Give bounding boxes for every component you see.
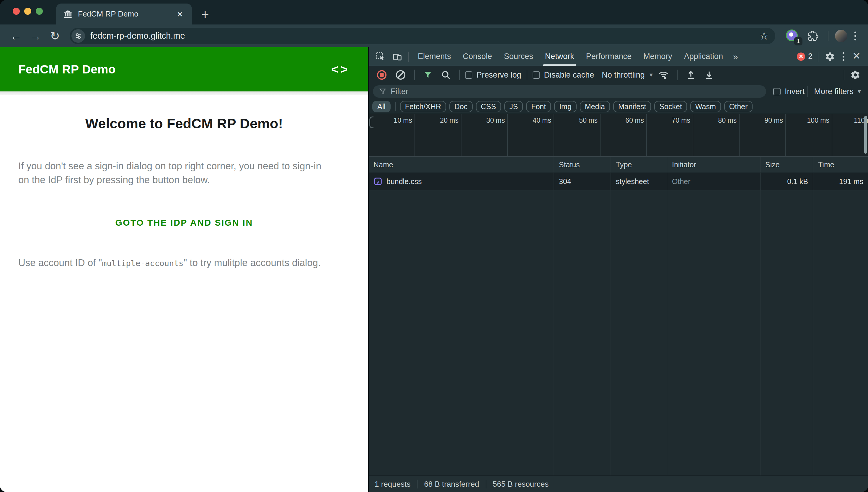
bank-favicon-icon (63, 9, 73, 19)
tab-console[interactable]: Console (457, 47, 498, 66)
chip-js[interactable]: JS (504, 101, 523, 113)
more-tabs-icon[interactable]: » (729, 52, 741, 62)
timeline-tick: 80 ms (718, 117, 736, 156)
column-header-name[interactable]: Name (369, 157, 554, 173)
timeline-tick: 10 ms (394, 117, 412, 156)
tab-elements[interactable]: Elements (412, 47, 457, 66)
goto-idp-link[interactable]: GOTO THE IDP AND SIGN IN (18, 218, 350, 228)
bookmark-star-icon[interactable]: ☆ (759, 30, 769, 42)
preserve-log-checkbox[interactable] (465, 71, 472, 79)
devtools-close-icon[interactable]: × (848, 49, 865, 64)
disable-cache-label: Disable cache (544, 71, 594, 80)
tab-network[interactable]: Network (539, 47, 580, 66)
chip-css[interactable]: CSS (476, 101, 501, 113)
chip-wasm[interactable]: Wasm (690, 101, 721, 113)
maximize-window-button[interactable] (36, 8, 43, 15)
chip-doc[interactable]: Doc (449, 101, 472, 113)
chip-other[interactable]: Other (724, 101, 753, 113)
intro-line-2: on the IdP first by pressing the button … (18, 174, 210, 185)
record-button[interactable] (374, 70, 390, 80)
reload-icon[interactable]: ↻ (47, 28, 63, 44)
filter-input[interactable]: Filter (373, 85, 766, 98)
tab-memory[interactable]: Memory (637, 47, 678, 66)
column-header-time[interactable]: Time (813, 157, 868, 173)
more-filters-button[interactable]: More filters ▾ (811, 87, 864, 96)
invert-control[interactable]: Invert (773, 87, 805, 96)
preserve-log-label: Preserve log (476, 71, 521, 80)
error-badge[interactable]: ✕ 2 (795, 52, 815, 61)
import-har-button[interactable] (683, 70, 699, 80)
chip-manifest[interactable]: Manifest (613, 101, 651, 113)
filter-toggle-button[interactable] (420, 70, 436, 80)
network-search-button[interactable] (438, 70, 454, 80)
column-header-size[interactable]: Size (760, 157, 813, 173)
divider (818, 52, 818, 62)
devtools-menu-icon[interactable] (839, 52, 848, 61)
funnel-outline-icon (379, 88, 386, 95)
disable-cache-control[interactable]: Disable cache (533, 71, 594, 80)
forward-icon[interactable]: → (27, 28, 44, 44)
profile-avatar[interactable] (835, 30, 847, 42)
chevron-down-icon: ▾ (650, 71, 653, 79)
chip-img[interactable]: Img (554, 101, 577, 113)
column-header-type[interactable]: Type (611, 157, 667, 173)
divider (807, 86, 808, 97)
divider (417, 479, 418, 489)
disable-cache-checkbox[interactable] (533, 71, 540, 79)
browser-menu-icon[interactable] (850, 31, 860, 41)
throttling-select[interactable]: No throttling ▾ (602, 71, 653, 80)
tab-close-icon[interactable]: × (175, 8, 185, 20)
resources-size: 565 B resources (493, 479, 548, 489)
extension-button[interactable]: 1 (786, 29, 799, 43)
address-bar[interactable]: fedcm-rp-demo.glitch.me ☆ (70, 28, 775, 44)
inspect-element-button[interactable] (372, 52, 389, 62)
chip-media[interactable]: Media (580, 101, 610, 113)
close-window-button[interactable] (13, 8, 20, 15)
devtools-settings-button[interactable] (821, 52, 839, 62)
device-toolbar-button[interactable] (389, 52, 405, 62)
tab-sources[interactable]: Sources (498, 47, 539, 66)
devtools-tab-bar: Elements Console Sources Network Perform… (369, 47, 868, 66)
timeline-scrollbar[interactable] (864, 116, 867, 154)
new-tab-button[interactable]: + (198, 8, 212, 21)
chip-font[interactable]: Font (526, 101, 551, 113)
timeline-tick: 100 ms (807, 117, 829, 156)
header-shadow (0, 92, 368, 95)
account-hint-suffix: " to try mulitple accounts dialog. (184, 257, 321, 268)
column-header-initiator[interactable]: Initiator (667, 157, 760, 173)
invert-checkbox[interactable] (773, 88, 781, 95)
back-icon[interactable]: ← (8, 28, 24, 44)
network-overview-timeline[interactable]: 10 ms 20 ms 30 ms 40 ms 50 ms 60 ms 70 m… (369, 114, 868, 157)
divider (459, 70, 460, 80)
tab-performance[interactable]: Performance (580, 47, 638, 66)
table-empty-area (369, 190, 868, 475)
table-row[interactable]: bundle.css 304 stylesheet Other 0.1 kB 1… (369, 173, 868, 190)
window-controls (13, 8, 43, 15)
minimize-window-button[interactable] (24, 8, 31, 15)
tab-title: FedCM RP Demo (78, 9, 175, 19)
timeline-left-handle[interactable] (369, 117, 374, 128)
chip-all[interactable]: All (372, 101, 391, 113)
column-header-status[interactable]: Status (554, 157, 611, 173)
url-text[interactable]: fedcm-rp-demo.glitch.me (90, 31, 759, 41)
preserve-log-control[interactable]: Preserve log (465, 71, 521, 80)
error-icon: ✕ (797, 52, 805, 61)
clear-button[interactable] (392, 70, 409, 80)
site-settings-icon[interactable] (71, 29, 85, 43)
extension-badge: 1 (794, 37, 802, 45)
gear-icon (850, 70, 860, 80)
export-har-button[interactable] (701, 70, 717, 80)
upload-icon (686, 70, 696, 80)
browser-tab[interactable]: FedCM RP Demo × (56, 3, 192, 24)
request-name-cell[interactable]: bundle.css (369, 173, 554, 190)
chip-socket[interactable]: Socket (654, 101, 687, 113)
chip-fetch-xhr[interactable]: Fetch/XHR (400, 101, 446, 113)
account-hint: Use account ID of "multiple-accounts" to… (18, 257, 350, 268)
network-conditions-button[interactable] (655, 70, 672, 80)
request-type: stylesheet (611, 173, 667, 190)
extensions-menu-button[interactable] (805, 31, 821, 41)
code-icon[interactable]: <> (331, 63, 350, 76)
tab-application[interactable]: Application (678, 47, 729, 66)
network-settings-button[interactable] (847, 70, 863, 80)
inspect-icon (376, 52, 385, 62)
